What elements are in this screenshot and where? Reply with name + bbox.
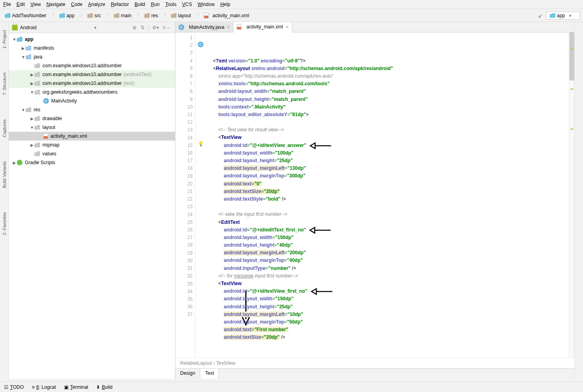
left-tab-favorites[interactable]: 2: Favorites	[2, 212, 7, 235]
bottom-tab-logcat[interactable]: ≡6: Logcat	[32, 384, 56, 390]
code-line[interactable]: android:textStyle="bold" />	[213, 195, 569, 203]
breadcrumb-item[interactable]: 〉app	[50, 11, 76, 20]
code-line[interactable]: android:layout_marginTop="50dp"	[213, 318, 569, 326]
tree-item[interactable]: ▶Gradle Scripts	[9, 158, 175, 167]
expand-arrow[interactable]: ▼	[21, 108, 26, 112]
close-icon[interactable]: ✕	[227, 25, 230, 29]
minimize-icon[interactable]: ⊩←	[163, 25, 172, 30]
menu-window[interactable]: Window	[197, 2, 215, 7]
lightbulb-icon[interactable]: 💡	[198, 141, 204, 147]
expand-arrow[interactable]: ▶	[30, 143, 34, 147]
tree-item[interactable]: ▼org.geeksforgeeks.addtwonumbers	[9, 88, 175, 96]
project-tree[interactable]: ▼app▶manifests▼javacom.example.windows10…	[9, 33, 175, 379]
sync-icon[interactable]: ↙	[538, 12, 543, 19]
code-line[interactable]: <EditText	[213, 219, 569, 226]
left-tab-captures[interactable]: Captures	[2, 119, 7, 137]
code-line[interactable]	[213, 203, 569, 211]
editor-mode-tab-design[interactable]: Design	[175, 369, 200, 379]
code-line[interactable]: android:inputType="number" />	[213, 265, 569, 272]
tree-item[interactable]: activity_main.xml	[9, 132, 175, 141]
code-breadcrumb-item[interactable]: RelativeLayout	[180, 360, 212, 366]
code-line[interactable]: android:textSize="20dp" />	[213, 334, 569, 341]
code-line[interactable]: <!-- Text view for result view-->	[213, 126, 569, 134]
expand-arrow[interactable]: ▶	[12, 161, 17, 165]
code-line[interactable]: android:layout_width="150dp"	[213, 295, 569, 303]
code-breadcrumb-item[interactable]: TextView	[216, 360, 235, 366]
code-line[interactable]	[213, 119, 569, 126]
menu-edit[interactable]: Edit	[16, 2, 25, 7]
tree-item[interactable]: ▼res	[9, 105, 175, 114]
code-breadcrumb[interactable]: RelativeLayout › TextView	[175, 358, 574, 368]
code-line[interactable]: <RelativeLayout xmlns:android="http://sc…	[213, 65, 569, 72]
code-line[interactable]: android:layout_marginTop="300dp"	[213, 172, 569, 180]
run-config-dropdown[interactable]: app ▾	[546, 12, 580, 20]
code-line[interactable]: xmlns:tools="http://schemas.android.com/…	[213, 80, 569, 88]
code-line[interactable]: <!-- for messege input first number-->	[213, 272, 569, 280]
menu-vcs[interactable]: VCS	[182, 2, 192, 7]
breadcrumb-item[interactable]: 〉main	[104, 11, 133, 20]
tree-item[interactable]: ▶com.example.windows10.addnumber(android…	[9, 70, 175, 79]
collapse-icon[interactable]: ⊕	[133, 25, 137, 30]
code-line[interactable]: <TextView	[213, 280, 569, 287]
breadcrumb-item[interactable]: 〉src	[78, 11, 103, 20]
project-view-label[interactable]: Android	[20, 25, 36, 30]
menu-tools[interactable]: Tools	[165, 2, 177, 7]
hide-icon[interactable]: ⚙▾	[149, 25, 159, 30]
menu-navigate[interactable]: Navigate	[46, 2, 65, 7]
code-line[interactable]: android:textSize="20dp"	[213, 188, 569, 195]
menu-view[interactable]: View	[30, 2, 41, 7]
expand-arrow[interactable]: ▶	[21, 46, 26, 50]
code-line[interactable]: android:layout_height="40dp"	[213, 241, 569, 249]
menu-run[interactable]: Run	[151, 2, 160, 7]
bottom-tab-todo[interactable]: ☑TODO	[4, 384, 24, 390]
editor-tab[interactable]: activity_main.xml✕	[233, 22, 292, 32]
code-editor[interactable]: <?xml version="1.0" encoding="utf-8"?><R…	[207, 32, 569, 358]
code-line[interactable]: android:id="@+id/textView_answer"	[213, 142, 569, 149]
code-line[interactable]: <!--take the input first number-->	[213, 211, 569, 218]
left-tab-buildvariants[interactable]: Build Variants	[2, 161, 7, 188]
bottom-tab-build[interactable]: ⬇Build	[96, 384, 113, 390]
breadcrumb-item[interactable]: 〉layout	[161, 11, 193, 20]
expand-arrow[interactable]: ▶	[30, 117, 34, 121]
menu-analyze[interactable]: Analyze	[88, 2, 105, 7]
autoscroll-icon[interactable]: ⇅	[141, 25, 145, 30]
code-line[interactable]: android:layout_marginTop="40dp"	[213, 257, 569, 264]
tree-item[interactable]: ▼layout	[9, 123, 175, 132]
code-line[interactable]: android:layout_width="match_parent"	[213, 88, 569, 95]
code-line[interactable]: tools:layout_editor_absoluteY="81dp">	[213, 111, 569, 119]
code-area[interactable]: 1234567891011121314151617181920212223242…	[175, 32, 574, 358]
code-line[interactable]: android:layout_width="150dp"	[213, 234, 569, 241]
chevron-down-icon[interactable]: ▾	[94, 25, 96, 30]
breadcrumb-item[interactable]: AddTwoNumber	[3, 12, 48, 19]
code-line[interactable]: android:text="First number"	[213, 326, 569, 334]
menu-file[interactable]: File	[3, 2, 11, 7]
code-line[interactable]: android:layout_marginLeft="200dp"	[213, 249, 569, 257]
tree-item[interactable]: CMainActivity	[9, 96, 175, 105]
left-tab-project[interactable]: 1: Project	[2, 30, 7, 48]
tree-item[interactable]: ▶manifests	[9, 44, 175, 52]
related-class-icon[interactable]: C	[198, 42, 203, 47]
tree-item[interactable]: ▼app	[9, 35, 175, 44]
code-line[interactable]: android:layout_height="25dp"	[213, 303, 569, 311]
menu-code[interactable]: Code	[71, 2, 82, 7]
scrollbar-thumb[interactable]	[569, 32, 574, 80]
expand-arrow[interactable]: ▼	[21, 55, 26, 59]
menu-refactor[interactable]: Refactor	[111, 2, 129, 7]
bottom-tab-terminal[interactable]: ▣Terminal	[64, 384, 88, 390]
code-line[interactable]: android:id="@+id/textView_first_no"	[213, 287, 569, 295]
tree-item[interactable]: ▶drawable	[9, 114, 175, 123]
menu-build[interactable]: Build	[135, 2, 145, 7]
code-line[interactable]: android:layout_marginLeft="10dp"	[213, 311, 569, 318]
editor-tab[interactable]: CMainActivity.java✕	[175, 22, 233, 32]
tree-item[interactable]: ▼java	[9, 52, 175, 61]
expand-arrow[interactable]: ▶	[30, 81, 34, 86]
scrollbar[interactable]	[569, 32, 574, 358]
code-line[interactable]: android:layout_height="25dp"	[213, 157, 569, 165]
tree-item[interactable]: com.example.windows10.addnumber	[9, 61, 175, 70]
editor-mode-tab-text[interactable]: Text	[200, 369, 219, 379]
tree-item[interactable]: ▶mipmap	[9, 141, 175, 149]
code-line[interactable]: xmlns:app="http://schemas.android.com/ap…	[213, 72, 569, 80]
expand-arrow[interactable]: ▼	[30, 90, 34, 94]
expand-arrow[interactable]: ▼	[12, 37, 17, 42]
code-line[interactable]: android:text="0"	[213, 180, 569, 188]
